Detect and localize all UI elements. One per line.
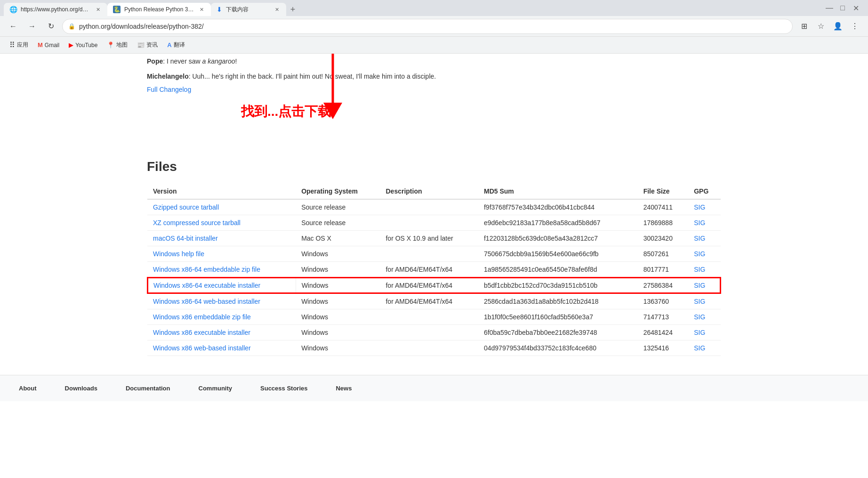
footer-documentation-heading: Documentation xyxy=(126,385,170,392)
cell-md5: 1a98565285491c0ea65450e78afe6f8d xyxy=(478,262,638,278)
download-tab-close[interactable]: ✕ xyxy=(273,6,281,13)
cell-description xyxy=(380,246,478,262)
file-version-link[interactable]: Gzipped source tarball xyxy=(153,203,219,211)
footer-col-about: About xyxy=(19,385,37,392)
cell-version: Windows x86 executable installer xyxy=(147,325,296,340)
tab-2-close[interactable]: ✕ xyxy=(198,6,205,13)
tab-1-close[interactable]: ✕ xyxy=(94,6,102,13)
lock-icon: 🔒 xyxy=(68,23,75,30)
pope-line: Pope: I never saw a kangaroo! xyxy=(147,54,721,65)
close-button[interactable]: ✕ xyxy=(851,3,860,13)
sig-link[interactable]: SIG xyxy=(694,203,705,211)
bookmark-translate-label: 翻译 xyxy=(174,41,185,49)
bookmark-apps-label: 应用 xyxy=(17,41,28,49)
table-row: Windows x86 executable installerWindows6… xyxy=(147,325,721,340)
footer-col-downloads: Downloads xyxy=(65,385,97,392)
file-version-link[interactable]: Windows x86-64 executable installer xyxy=(153,282,260,289)
cell-gpg: SIG xyxy=(688,215,721,231)
cell-gpg: SIG xyxy=(688,262,721,278)
cell-version: Gzipped source tarball xyxy=(147,199,296,215)
back-button[interactable]: ← xyxy=(6,19,21,34)
sig-link[interactable]: SIG xyxy=(694,219,705,227)
window-controls: — □ ✕ xyxy=(821,3,864,13)
file-version-link[interactable]: Windows x86-64 web-based installer xyxy=(153,298,260,305)
sig-link[interactable]: SIG xyxy=(694,235,705,242)
cell-gpg: SIG xyxy=(688,340,721,356)
bookmark-maps-label: 地图 xyxy=(116,41,128,49)
cell-description xyxy=(380,309,478,325)
table-row: XZ compressed source tarballSource relea… xyxy=(147,215,721,231)
sig-link[interactable]: SIG xyxy=(694,344,705,352)
maximize-button[interactable]: □ xyxy=(838,3,847,13)
tab-1[interactable]: 🌐 https://www.python.org/dowr... ✕ xyxy=(4,3,107,16)
cell-md5: 2586cdad1a363d1a8abb5fc102b2d418 xyxy=(478,293,638,309)
gmail-icon: M xyxy=(38,41,43,49)
new-tab-button[interactable]: + xyxy=(286,3,299,16)
forward-button[interactable]: → xyxy=(24,19,40,34)
bookmark-news[interactable]: 📰 资讯 xyxy=(133,39,161,51)
cell-os: Windows xyxy=(296,262,380,278)
footer-col-documentation: Documentation xyxy=(126,385,170,392)
menu-button[interactable]: ⋮ xyxy=(847,19,862,34)
cell-os: Source release xyxy=(296,199,380,215)
nav-bar: ← → ↻ 🔒 python.org/downloads/release/pyt… xyxy=(0,16,868,37)
cell-version: Windows x86 embeddable zip file xyxy=(147,309,296,325)
cell-size: 1363760 xyxy=(638,293,689,309)
cell-size: 27586384 xyxy=(638,277,689,293)
file-version-link[interactable]: Windows x86 embeddable zip file xyxy=(153,313,251,321)
reload-button[interactable]: ↻ xyxy=(43,19,58,34)
bookmark-translate[interactable]: A 翻译 xyxy=(163,39,188,51)
cell-description xyxy=(380,199,478,215)
address-bar[interactable]: 🔒 python.org/downloads/release/python-38… xyxy=(62,19,793,34)
pope-italic: a kangaroo xyxy=(202,57,235,65)
cell-md5: 7506675dcbb9a1569b54e600ae66c9fb xyxy=(478,246,638,262)
page-scroll[interactable]: Pope: I never saw a kangaroo! Michelange… xyxy=(0,54,868,478)
cell-size: 17869888 xyxy=(638,215,689,231)
files-tbody: Gzipped source tarballSource releasef9f3… xyxy=(147,199,721,356)
cell-description xyxy=(380,215,478,231)
sig-link[interactable]: SIG xyxy=(694,266,705,273)
tab-2[interactable]: 🐍 Python Release Python 3.8.2 | ✕ xyxy=(107,3,211,16)
table-head: Version Operating System Description MD5… xyxy=(147,184,721,199)
cell-gpg: SIG xyxy=(688,293,721,309)
bookmark-apps[interactable]: ⠿ 应用 xyxy=(6,39,32,51)
cell-size: 7147713 xyxy=(638,309,689,325)
bookmark-button[interactable]: ☆ xyxy=(813,19,828,34)
cell-size: 30023420 xyxy=(638,231,689,246)
file-version-link[interactable]: Windows help file xyxy=(153,250,204,258)
cell-description xyxy=(380,340,478,356)
sig-link[interactable]: SIG xyxy=(694,313,705,321)
cell-os: Windows xyxy=(296,277,380,293)
title-bar: 🌐 https://www.python.org/dowr... ✕ 🐍 Pyt… xyxy=(0,0,868,16)
bookmark-maps[interactable]: 📍 地图 xyxy=(103,39,131,51)
bookmark-youtube[interactable]: ▶ YouTube xyxy=(65,40,101,50)
files-table: Version Operating System Description MD5… xyxy=(147,184,721,356)
sig-link[interactable]: SIG xyxy=(694,298,705,305)
file-version-link[interactable]: XZ compressed source tarball xyxy=(153,219,241,227)
file-version-link[interactable]: Windows x86 web-based installer xyxy=(153,344,251,352)
full-changelog-link[interactable]: Full Changelog xyxy=(147,86,721,93)
bookmark-gmail[interactable]: M Gmail xyxy=(34,40,63,50)
translate-page-button[interactable]: ⊞ xyxy=(796,19,812,34)
download-tab[interactable]: ⬇ 下载内容 ✕ xyxy=(211,3,286,16)
col-os: Operating System xyxy=(296,184,380,199)
file-version-link[interactable]: macOS 64-bit installer xyxy=(153,235,218,242)
footer-news-heading: News xyxy=(336,385,352,392)
table-row: Windows x86-64 executable installerWindo… xyxy=(147,277,721,293)
pope-text: : I never saw xyxy=(163,57,202,65)
cell-gpg: SIG xyxy=(688,277,721,293)
bookmark-youtube-label: YouTube xyxy=(75,42,97,49)
footer-col-success: Success Stories xyxy=(260,385,307,392)
minimize-button[interactable]: — xyxy=(825,3,834,13)
cell-gpg: SIG xyxy=(688,199,721,215)
sig-link[interactable]: SIG xyxy=(694,250,705,258)
sig-link[interactable]: SIG xyxy=(694,329,705,336)
cell-version: Windows x86-64 executable installer xyxy=(147,277,296,293)
file-version-link[interactable]: Windows x86-64 embeddable zip file xyxy=(153,266,260,273)
file-version-link[interactable]: Windows x86 executable installer xyxy=(153,329,250,336)
sig-link[interactable]: SIG xyxy=(694,282,705,289)
page-inner: Pope: I never saw a kangaroo! Michelange… xyxy=(128,54,740,375)
cell-description: for AMD64/EM64T/x64 xyxy=(380,277,478,293)
profile-button[interactable]: 👤 xyxy=(830,19,845,34)
cell-description: for OS X 10.9 and later xyxy=(380,231,478,246)
